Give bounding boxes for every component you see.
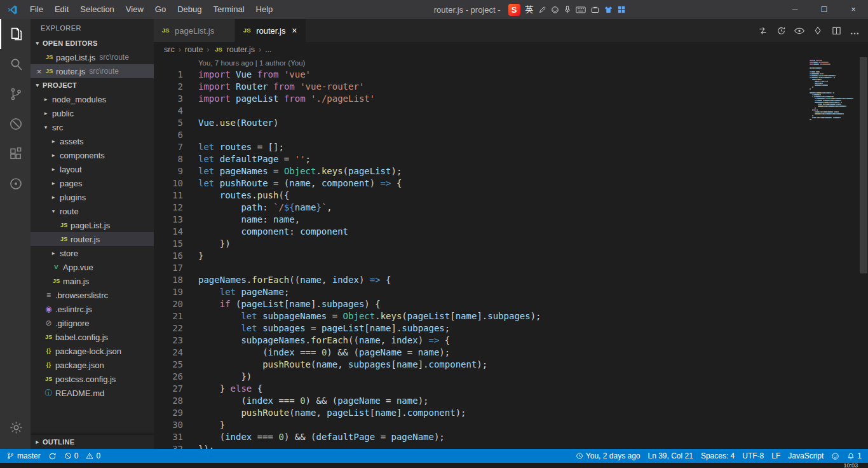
code-line-21[interactable]: 21 let subpageNames = Object.keys(pageLi…	[154, 310, 868, 322]
tree-item-browserslistrc[interactable]: ≡.browserslistrc	[31, 288, 154, 302]
tree-item-node-modules[interactable]: ▸node_modules	[31, 92, 154, 106]
status-utf-8[interactable]: UTF-8	[738, 449, 768, 463]
status-master[interactable]: master	[3, 449, 44, 463]
status-javascript[interactable]: JavaScript	[784, 449, 827, 463]
code-line-20[interactable]: 20 if (pageList[name].subpages) {	[154, 298, 868, 310]
history-action-icon[interactable]	[773, 22, 789, 39]
scrollbar-thumb[interactable]	[860, 57, 867, 273]
status-you-2-days-ago[interactable]: You, 2 days ago	[572, 449, 644, 463]
code-line-25[interactable]: 25 pushRoute(name, subpages[name].compon…	[154, 359, 868, 371]
outline-header[interactable]: ▸ OUTLINE	[31, 435, 154, 449]
menu-terminal[interactable]: Terminal	[207, 0, 250, 19]
tree-item-gitignore[interactable]: ⊘.gitignore	[31, 316, 154, 330]
menu-go[interactable]: Go	[149, 0, 172, 19]
mic-icon[interactable]	[564, 5, 571, 14]
more-action-icon[interactable]: …	[846, 22, 863, 39]
activitybar-source-control-icon[interactable]	[0, 79, 31, 109]
tree-item-package-lock-json[interactable]: {}package-lock.json	[31, 344, 154, 358]
sogou-logo-icon[interactable]: S	[508, 4, 520, 16]
menu-selection[interactable]: Selection	[74, 0, 119, 19]
gitlens-action-icon[interactable]	[810, 22, 826, 39]
editor-scrollbar[interactable]	[859, 57, 868, 449]
code-line-27[interactable]: 27 } else {	[154, 383, 868, 395]
open-editors-header[interactable]: ▾ OPEN EDITORS	[31, 36, 154, 50]
toolbox-icon[interactable]	[591, 6, 599, 13]
code-line-23[interactable]: 23 subpageNames.forEach((name, index) =>…	[154, 334, 868, 347]
code-line-30[interactable]: 30 }	[154, 419, 868, 431]
tree-item-plugins[interactable]: ▸plugins	[31, 190, 154, 204]
open-editor-pagelist-js[interactable]: JSpageList.jssrc\route	[31, 50, 154, 64]
activitybar-search-icon[interactable]	[0, 49, 31, 79]
minimap[interactable]	[810, 60, 859, 121]
grid-icon[interactable]	[618, 6, 625, 13]
code-line-11[interactable]: 11 routes.push({	[154, 189, 868, 202]
code-line-28[interactable]: 28 (index === 0) && (pageName = name);	[154, 395, 868, 407]
minimize-button[interactable]: ─	[780, 0, 810, 19]
status-smiley-indicator[interactable]	[827, 449, 843, 463]
code-line-22[interactable]: 22 let subpages = pageList[name].subpage…	[154, 322, 868, 334]
activitybar-explorer-icon[interactable]	[0, 19, 31, 49]
code-line-19[interactable]: 19 let pageName;	[154, 286, 868, 298]
menu-debug[interactable]: Debug	[172, 0, 207, 19]
code-line-12[interactable]: 12 path: `/${name}`,	[154, 202, 868, 214]
close-icon[interactable]: ×	[34, 67, 44, 76]
pen-icon[interactable]	[539, 6, 546, 13]
tree-item-public[interactable]: ▸public	[31, 106, 154, 120]
code-line-7[interactable]: 7let routes = [];	[154, 141, 868, 153]
code-line-3[interactable]: 3import pageList from './pageList'	[154, 93, 868, 105]
split-action-icon[interactable]	[828, 22, 844, 39]
code-line-9[interactable]: 9let pageNames = Object.keys(pageList);	[154, 165, 868, 177]
tree-item-components[interactable]: ▸components	[31, 148, 154, 162]
maximize-button[interactable]: ☐	[810, 0, 839, 19]
tree-item-readme-md[interactable]: ⓘREADME.md	[31, 386, 154, 400]
status-1[interactable]: 1	[843, 449, 865, 463]
code-line-26[interactable]: 26 })	[154, 371, 868, 383]
code-line-15[interactable]: 15 })	[154, 238, 868, 250]
tree-item-postcss-config-js[interactable]: JSpostcss.config.js	[31, 372, 154, 386]
tree-item-route[interactable]: ▾route	[31, 204, 154, 218]
code-line-1[interactable]: 1import Vue from 'vue'	[154, 69, 868, 81]
status-sync-indicator[interactable]	[44, 449, 60, 463]
code-line-31[interactable]: 31 (index === 0) && (defaultPage = pageN…	[154, 431, 868, 443]
smiley-icon[interactable]	[551, 6, 559, 14]
code-line-8[interactable]: 8let defaultPage = '';	[154, 153, 868, 165]
code-line-32[interactable]: 32});	[154, 443, 868, 449]
code-line-29[interactable]: 29 pushRoute(name, pageList[name].compon…	[154, 407, 868, 419]
eye-action-icon[interactable]	[791, 22, 808, 39]
breadcrumb-item-router-js[interactable]: JSrouter.js	[214, 45, 255, 54]
status-0[interactable]: 0	[82, 449, 104, 463]
code-line-10[interactable]: 10let pushRoute = (name, component) => {	[154, 177, 868, 189]
code-line-5[interactable]: 5Vue.use(Router)	[154, 117, 868, 129]
shirt-icon[interactable]	[604, 6, 613, 13]
tree-item-main-js[interactable]: JSmain.js	[31, 274, 154, 288]
tree-item-pagelist-js[interactable]: JSpageList.js	[31, 218, 154, 232]
tree-item-app-vue[interactable]: VApp.vue	[31, 260, 154, 274]
status-spaces-4[interactable]: Spaces: 4	[697, 449, 738, 463]
code-line-17[interactable]: 17	[154, 262, 868, 274]
activitybar-gitlens-icon[interactable]	[0, 169, 31, 198]
menu-help[interactable]: Help	[250, 0, 279, 19]
close-button[interactable]: ×	[839, 0, 868, 19]
close-icon[interactable]: ×	[289, 25, 299, 36]
menu-edit[interactable]: Edit	[49, 0, 74, 19]
tree-item-layout[interactable]: ▸layout	[31, 162, 154, 176]
tree-item-src[interactable]: ▾src	[31, 120, 154, 134]
status-lf[interactable]: LF	[768, 449, 784, 463]
code-editor[interactable]: You, 7 hours ago | 1 author (You) 1impor…	[154, 57, 868, 449]
code-line-16[interactable]: 16}	[154, 250, 868, 262]
menu-file[interactable]: File	[24, 0, 49, 19]
status-0[interactable]: 0	[60, 449, 83, 463]
ime-language-toggle[interactable]: 英	[526, 4, 534, 15]
tab-router-js[interactable]: JSrouter.js×	[235, 19, 306, 42]
code-line-13[interactable]: 13 name: name,	[154, 214, 868, 226]
tree-item-eslintrc-js[interactable]: ◉.eslintrc.js	[31, 302, 154, 316]
project-header[interactable]: ▾ PROJECT	[31, 78, 154, 92]
tree-item-pages[interactable]: ▸pages	[31, 176, 154, 190]
tree-item-package-json[interactable]: {}package.json	[31, 358, 154, 372]
codelens-annotation[interactable]: You, 7 hours ago | 1 author (You)	[154, 57, 868, 69]
keyboard-icon[interactable]	[576, 6, 586, 13]
breadcrumb-item-route[interactable]: route	[185, 45, 203, 54]
tree-item-store[interactable]: ▸store	[31, 246, 154, 260]
compare-action-icon[interactable]	[754, 22, 771, 39]
code-line-24[interactable]: 24 (index === 0) && (pageName = name);	[154, 347, 868, 359]
